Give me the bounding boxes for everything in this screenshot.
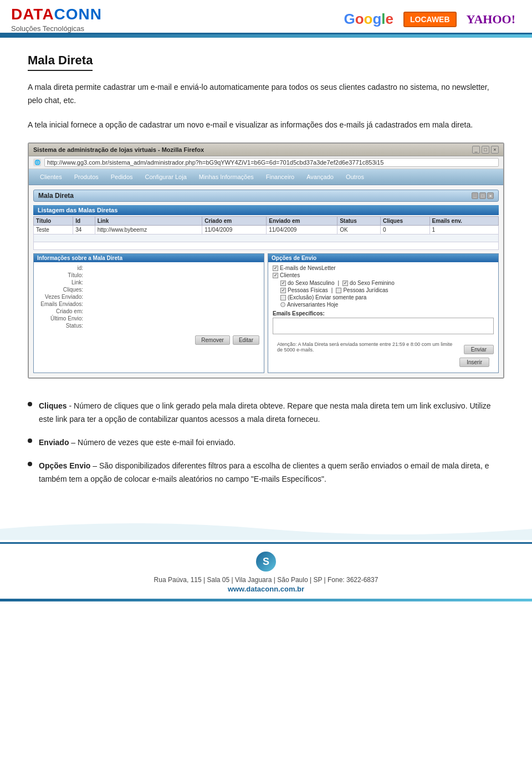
- panel-min-btn[interactable]: _: [472, 192, 478, 199]
- option-sexo-masc: ✓ do Sexo Masculino | ✓ do Sexo Feminino: [280, 280, 494, 286]
- nav-avancado[interactable]: Avançado: [301, 172, 339, 182]
- options-section-header: Opções de Envio: [268, 254, 498, 262]
- field-id: id:: [38, 265, 259, 271]
- logo-conn: CONN: [54, 6, 102, 23]
- info-content: id: Título: Link: Cliques:: [34, 262, 264, 333]
- nav-clientes[interactable]: Clientes: [34, 172, 68, 182]
- nav-produtos[interactable]: Produtos: [69, 172, 104, 182]
- label-link: Link:: [38, 279, 85, 285]
- bullet-term-opcoes-envio: Opções Envio: [39, 461, 90, 470]
- cell-titulo: Teste: [34, 226, 73, 234]
- info-options-row: Informações sobre a Mala Direta id: Títu…: [33, 253, 499, 373]
- bullets-section: Cliques - Número de cliques que o link g…: [28, 394, 504, 507]
- option-exclusao: (Exclusão) Enviar somente para: [280, 294, 494, 300]
- nav-pedidos[interactable]: Pedidos: [105, 172, 139, 182]
- col-link: Link: [95, 217, 202, 226]
- nav-minhas-informacoes[interactable]: Minhas Informações: [193, 172, 259, 182]
- mala-direta-table: Título Id Link Criado em Enviado em Stat…: [33, 216, 499, 250]
- cell-id: 34: [73, 226, 95, 234]
- radio-aniversariantes[interactable]: [280, 302, 285, 307]
- editar-button[interactable]: Editar: [233, 335, 259, 345]
- option-newsletter: ✓ E-mails de NewsLetter: [273, 265, 494, 271]
- col-titulo: Título: [34, 217, 73, 226]
- col-cliques: Cliques: [380, 217, 429, 226]
- value-status: [85, 323, 259, 329]
- maximize-button[interactable]: □: [482, 146, 489, 154]
- emails-especificos-label: Emails Específicos:: [273, 310, 494, 317]
- page-title: Mala Direta: [28, 53, 93, 71]
- label-emails-enviados: Emails Enviados:: [38, 301, 85, 307]
- listing-header: Listagem das Malas Diretas: [33, 205, 499, 215]
- cell-criado-em: 11/04/2009: [202, 226, 267, 234]
- value-ultimo-envio: [85, 315, 259, 322]
- select-sexo-fem-label: do Sexo Feminino: [350, 280, 395, 286]
- label-id: id:: [38, 265, 85, 271]
- minimize-button[interactable]: _: [472, 146, 480, 154]
- checkbox-pessoas-juridicas[interactable]: [336, 288, 341, 293]
- label-vezes-enviado: Vezes Enviado:: [38, 294, 85, 300]
- remover-button[interactable]: Remover: [195, 335, 230, 345]
- col-emails-env: Emails env.: [429, 217, 498, 226]
- label-titulo: Título:: [38, 272, 85, 278]
- cell-enviado-em: 11/04/2009: [267, 226, 337, 234]
- checkbox-sexo-masc[interactable]: ✓: [280, 280, 286, 286]
- bullet-term-enviado: Enviado: [39, 438, 69, 447]
- enviar-button[interactable]: Enviar: [464, 345, 494, 354]
- value-titulo: [85, 272, 259, 278]
- header-right: Google LOCAWEB YAHOO!: [344, 11, 515, 28]
- label-clientes: Clientes: [280, 272, 300, 278]
- col-id: Id: [73, 217, 95, 226]
- col-enviado-em: Enviado em: [267, 217, 337, 226]
- cell-cliques: 0: [380, 226, 429, 234]
- screenshot-frame: Sistema de administração de lojas virtua…: [28, 142, 504, 379]
- attention-text: Atenção: A Mala Direta será enviada some…: [273, 340, 464, 354]
- checkbox-pessoas-fisicas[interactable]: ✓: [280, 288, 286, 293]
- field-titulo: Título:: [38, 272, 259, 278]
- value-criado-em: [85, 308, 259, 314]
- field-criado-em: Criado em:: [38, 308, 259, 314]
- footer-url: www.dataconn.com.br: [11, 585, 521, 593]
- panel-titlebar: Mala Direta _ □ ×: [33, 190, 499, 202]
- bullet-cliques: Cliques - Número de cliques que o link g…: [28, 400, 504, 426]
- value-vezes-enviado: [85, 294, 259, 300]
- address-bar: 🌐 http://www.gg3.com.br/sistema_adm/admi…: [29, 156, 503, 169]
- checkbox-newsletter[interactable]: ✓: [273, 266, 278, 271]
- option-clientes: ✓ Clientes: [273, 272, 494, 278]
- checkbox-exclusao[interactable]: [280, 295, 286, 300]
- emails-especificos-section: Emails Específicos:: [273, 310, 494, 335]
- nav-configurar-loja[interactable]: Configurar Loja: [140, 172, 192, 182]
- panel-restore-btn[interactable]: □: [479, 192, 486, 199]
- label-aniversariantes: Aniversariantes Hoje: [287, 302, 338, 308]
- checkbox-sexo-fem[interactable]: ✓: [342, 280, 348, 286]
- field-ultimo-envio: Último Envio:: [38, 315, 259, 322]
- footer: S Rua Paúva, 115 | Sala 05 | Vila Jaguar…: [0, 542, 532, 599]
- bullet-text-cliques: Cliques - Número de cliques que o link g…: [39, 400, 504, 426]
- close-button[interactable]: ×: [491, 146, 499, 154]
- bullet-dot-2: [28, 438, 32, 443]
- col-status: Status: [337, 217, 381, 226]
- col-criado-em: Criado em: [202, 217, 267, 226]
- field-vezes-enviado: Vezes Enviado:: [38, 294, 259, 300]
- emails-especificos-input[interactable]: [273, 318, 494, 334]
- nav-financeiro[interactable]: Financeiro: [260, 172, 300, 182]
- google-logo: Google: [344, 11, 393, 28]
- checkbox-clientes[interactable]: ✓: [273, 273, 278, 278]
- footer-logo-area: S: [11, 552, 521, 572]
- value-link: [85, 279, 259, 285]
- options-panel: Opções de Envio ✓ E-mails de NewsLetter …: [268, 253, 499, 373]
- value-id: [85, 265, 259, 271]
- page-icon: 🌐: [33, 159, 41, 166]
- nav-outros[interactable]: Outros: [340, 172, 370, 182]
- label-cliques: Cliques:: [38, 287, 85, 293]
- bullet-dot-1: [28, 402, 32, 406]
- table-row[interactable]: Teste 34 http://www.bybeemz 11/04/2009 1…: [34, 226, 499, 234]
- url-bar[interactable]: http://www.gg3.com.br/sistema_adm/admini…: [44, 158, 499, 167]
- panel-close-btn[interactable]: ×: [487, 192, 494, 199]
- logo-data: DATA: [11, 6, 54, 23]
- header-left: DATACONN Soluções Tecnológicas: [11, 6, 102, 33]
- bullet-text-enviado: Enviado – Número de vezes que este e-mai…: [39, 436, 236, 450]
- field-cliques: Cliques:: [38, 287, 259, 293]
- inserir-button[interactable]: Inserir: [459, 358, 489, 367]
- footer-logo-letter: S: [263, 556, 269, 568]
- label-ultimo-envio: Último Envio:: [38, 315, 85, 322]
